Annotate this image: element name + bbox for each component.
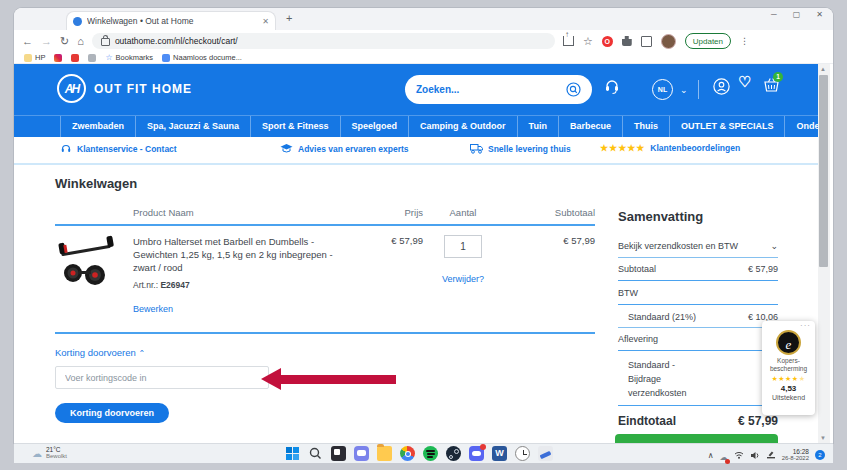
address-bar[interactable]: outathome.com/nl/checkout/cart/: [92, 33, 555, 49]
extensions-puzzle-icon[interactable]: [622, 36, 632, 46]
taskbar-date: 26-8-2022: [782, 455, 809, 462]
search-input[interactable]: Zoeken...: [405, 75, 592, 104]
col-qty: Aantal: [423, 207, 503, 218]
start-icon[interactable]: [285, 446, 300, 461]
weather-temp: 21°C: [46, 446, 67, 453]
bookmark-hp[interactable]: HP: [24, 53, 45, 62]
trust-badge-menu-icon[interactable]: ···: [800, 321, 811, 330]
bookmark-star-icon[interactable]: ☆: [583, 35, 593, 48]
remove-link[interactable]: Verwijder?: [423, 274, 503, 284]
notification-badge[interactable]: 2: [815, 450, 825, 460]
discount-toggle[interactable]: Korting doorvoeren ⌃: [55, 347, 145, 358]
brand-name: OUT FIT HOME: [94, 82, 192, 96]
chrome-icon[interactable]: [400, 446, 415, 461]
extension-square-icon[interactable]: [641, 36, 652, 47]
spotify-icon[interactable]: [423, 446, 438, 461]
quantity-input[interactable]: [444, 235, 482, 258]
shipping-costs-toggle[interactable]: Bekijk verzendkosten en BTW ⌄: [618, 241, 778, 251]
trust-badge[interactable]: ··· e Kopers-bescherming ★★★★★ 4,53 Uits…: [762, 321, 815, 415]
nav-camping-outdoor[interactable]: Camping & Outdoor: [408, 116, 517, 137]
nav-zwembaden[interactable]: Zwembaden: [60, 116, 135, 137]
chat-icon[interactable]: [354, 446, 369, 461]
wifi-icon[interactable]: [734, 451, 744, 459]
task-view-icon[interactable]: [331, 446, 346, 461]
summary-btw-standard-row: Standaard (21%)€ 10,06: [618, 312, 778, 322]
product-name[interactable]: Umbro Halterset met Barbell en Dumbells …: [133, 235, 359, 274]
summary-shipping-row: Standaard - Bijdrage verzendkosten €: [618, 358, 778, 400]
clock-app-icon[interactable]: [515, 446, 530, 461]
bookmark-youtube[interactable]: [71, 54, 79, 62]
clock[interactable]: 16:28 26-8-2022: [782, 448, 809, 462]
extension-o-icon[interactable]: O: [602, 36, 613, 47]
share-icon[interactable]: [563, 36, 574, 46]
file-explorer-icon[interactable]: [377, 446, 392, 461]
discord-icon[interactable]: [469, 446, 484, 461]
tab-close-icon[interactable]: ✕: [262, 17, 269, 26]
tray-chevron-icon[interactable]: ∧: [708, 451, 714, 460]
search-icon[interactable]: [308, 446, 323, 461]
chevron-down-icon: ⌄: [770, 241, 778, 251]
maximize-button[interactable]: ▢: [793, 10, 801, 19]
language-selector[interactable]: NL ⌄: [652, 79, 688, 100]
account-icon[interactable]: [713, 78, 730, 95]
reload-icon[interactable]: ↻: [60, 35, 69, 48]
usp-fast-delivery[interactable]: Snelle levering thuis: [470, 143, 571, 154]
bookmark-folder[interactable]: ☆ Bookmarks: [105, 53, 153, 62]
url-text: outathome.com/nl/checkout/cart/: [115, 36, 238, 46]
chevron-down-icon: ⌄: [680, 85, 688, 95]
apply-discount-button[interactable]: Korting doorvoeren: [55, 403, 169, 423]
bookmark-site[interactable]: [88, 54, 96, 62]
tab-strip: Winkelwagen • Out at Home ✕ + ─ ▢ ✕: [14, 8, 833, 30]
nav-barbecue[interactable]: Barbecue: [558, 116, 622, 137]
annotation-arrow-head: [261, 368, 281, 390]
chevron-up-icon: ⌃: [138, 349, 145, 358]
trust-rating-stars: ★★★★★: [762, 375, 815, 383]
scrollbar-thumb[interactable]: [819, 75, 828, 267]
nav-outlet-specials[interactable]: OUTLET & SPECIALS: [669, 116, 785, 137]
trust-rating-score: 4,53: [762, 384, 815, 393]
forward-icon[interactable]: →: [41, 35, 52, 47]
volume-icon[interactable]: [750, 451, 760, 460]
search-icon[interactable]: [566, 82, 581, 97]
bookmark-doc[interactable]: Naamloos docume...: [162, 53, 242, 62]
back-icon[interactable]: ←: [22, 35, 33, 47]
close-button[interactable]: ✕: [816, 10, 823, 19]
checkout-button[interactable]: [615, 434, 778, 443]
site-logo[interactable]: AH OUT FIT HOME: [57, 74, 192, 103]
customer-service-icon[interactable]: [603, 78, 621, 96]
chrome-update-button[interactable]: Updaten: [685, 33, 731, 49]
summary-title: Samenvatting: [618, 209, 778, 224]
nav-spa-jacuzzi-sauna[interactable]: Spa, Jacuzzi & Sauna: [135, 116, 250, 137]
order-summary: Samenvatting Bekijk verzendkosten en BTW…: [618, 209, 778, 428]
nav-tuin[interactable]: Tuin: [517, 116, 558, 137]
nav-sport-fitness[interactable]: Sport & Fitness: [250, 116, 340, 137]
page-scrollbar[interactable]: ▲ ▼: [818, 64, 830, 443]
profile-avatar[interactable]: [661, 34, 676, 49]
usp-reviews[interactable]: ★★★★★ Klantenbeoordelingen: [600, 143, 740, 153]
product-image[interactable]: [55, 235, 133, 316]
paint-app-icon[interactable]: [538, 446, 553, 461]
cart-icon[interactable]: 1: [763, 77, 780, 93]
weather-widget[interactable]: ☁ 21°C Bewolkt: [32, 446, 67, 460]
scroll-down-icon[interactable]: ▼: [820, 435, 826, 441]
wishlist-heart-icon[interactable]: ♡: [738, 73, 751, 91]
home-icon[interactable]: ⌂: [77, 35, 84, 47]
usp-expert-advice[interactable]: Advies van ervaren experts: [280, 143, 409, 154]
hp-folder-icon: [24, 54, 32, 62]
edit-link[interactable]: Bewerken: [133, 304, 173, 314]
minimize-button[interactable]: ─: [771, 10, 777, 19]
bookmark-instagram[interactable]: [54, 54, 62, 62]
delivery-truck-icon: [470, 143, 483, 154]
scroll-up-icon[interactable]: ▲: [820, 66, 826, 72]
discount-code-input[interactable]: [55, 366, 269, 389]
pen-input-icon[interactable]: [766, 451, 776, 460]
nav-speelgoed[interactable]: Speelgoed: [340, 116, 409, 137]
steam-icon[interactable]: [446, 446, 461, 461]
onedrive-icon[interactable]: ☁: [720, 446, 728, 464]
new-tab-button[interactable]: +: [286, 12, 292, 24]
word-icon[interactable]: W: [492, 446, 507, 461]
browser-tab[interactable]: Winkelwagen • Out at Home ✕: [66, 11, 276, 30]
browser-menu-icon[interactable]: ⋮: [740, 36, 749, 46]
nav-thuis[interactable]: Thuis: [622, 116, 669, 137]
usp-customer-service[interactable]: Klantenservice - Contact: [60, 143, 177, 155]
